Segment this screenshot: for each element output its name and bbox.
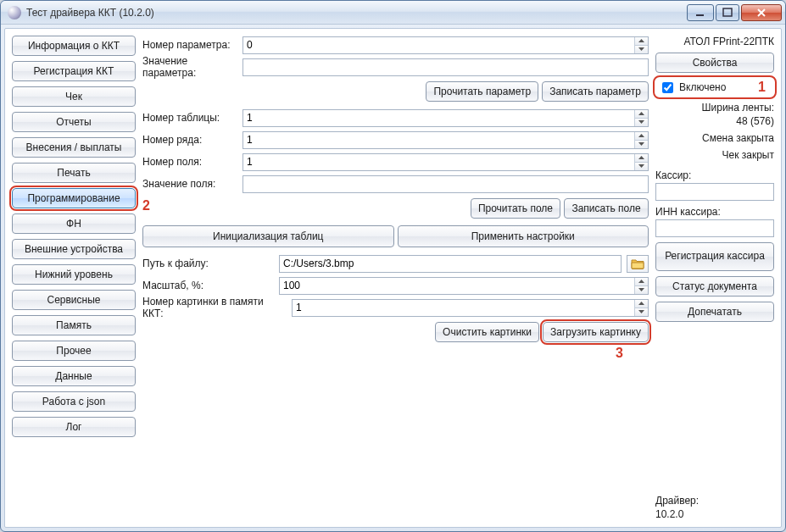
- scale-field[interactable]: [280, 278, 634, 294]
- file-path-label: Путь к файлу:: [142, 258, 274, 269]
- spin-up-icon[interactable]: [635, 300, 648, 308]
- driver-version: 10.2.0: [655, 508, 774, 520]
- properties-button[interactable]: Свойства: [655, 53, 774, 73]
- table-number-field[interactable]: [243, 110, 634, 126]
- file-path-input[interactable]: [279, 255, 622, 273]
- svg-rect-1: [723, 8, 732, 16]
- pic-index-field[interactable]: [293, 300, 634, 316]
- enabled-checkbox-row[interactable]: Включено: [655, 78, 774, 97]
- client-area: Информация о ККТ Регистрация ККТ Чек Отч…: [4, 28, 782, 528]
- enabled-label: Включено: [679, 81, 726, 93]
- row-number-label: Номер ряда:: [142, 134, 237, 146]
- sidebar-item-receipt[interactable]: Чек: [12, 86, 136, 107]
- titlebar[interactable]: Тест драйвера ККТ (10.2.0): [1, 1, 785, 25]
- sidebar-item-external[interactable]: Внешние устройства: [12, 239, 136, 259]
- sidebar-item-data[interactable]: Данные: [12, 366, 136, 386]
- load-pic-button[interactable]: Загрузить картинку: [543, 322, 649, 342]
- cashier-label: Кассир:: [655, 169, 774, 181]
- register-cashier-button[interactable]: Регистрация кассира: [655, 242, 774, 271]
- spin-up-icon[interactable]: [635, 110, 648, 119]
- row-number-field[interactable]: [243, 132, 634, 148]
- field-number-label: Номер поля:: [142, 156, 237, 168]
- scale-input[interactable]: [279, 277, 649, 295]
- param-value-input[interactable]: [242, 58, 649, 76]
- close-button[interactable]: [741, 4, 782, 21]
- spin-down-icon[interactable]: [635, 141, 648, 148]
- write-field-button[interactable]: Записать поле: [564, 198, 649, 219]
- sidebar-item-print[interactable]: Печать: [12, 163, 136, 183]
- spin-down-icon[interactable]: [635, 119, 648, 126]
- shift-status: Смена закрыта: [655, 132, 774, 144]
- read-param-button[interactable]: Прочитать параметр: [426, 81, 538, 102]
- device-name: АТОЛ FPrint-22ПТК: [655, 36, 774, 47]
- sidebar-item-registration[interactable]: Регистрация ККТ: [12, 61, 136, 81]
- spin-up-icon[interactable]: [635, 132, 648, 141]
- table-number-label: Номер таблицы:: [142, 112, 237, 124]
- sidebar-item-fn[interactable]: ФН: [12, 213, 136, 234]
- param-number-field[interactable]: [243, 37, 634, 53]
- sidebar: Информация о ККТ Регистрация ККТ Чек Отч…: [12, 36, 136, 520]
- reprint-button[interactable]: Допечатать: [655, 302, 774, 322]
- enabled-checkbox[interactable]: [662, 82, 673, 93]
- param-value-label: Значение параметра:: [142, 55, 237, 79]
- folder-icon: [631, 258, 644, 269]
- right-panel: АТОЛ FPrint-22ПТК Свойства Включено 1 Ши…: [655, 36, 774, 520]
- minimize-button[interactable]: [687, 4, 714, 21]
- cashier-inn-input[interactable]: [655, 219, 774, 237]
- pic-index-label: Номер картинки в памяти ККТ:: [142, 296, 287, 319]
- write-param-button[interactable]: Записать параметр: [542, 81, 649, 102]
- document-status-button[interactable]: Статус документа: [655, 276, 774, 296]
- spin-down-icon[interactable]: [635, 163, 648, 170]
- field-number-input[interactable]: [242, 153, 649, 171]
- clear-pics-button[interactable]: Очистить картинки: [435, 322, 539, 342]
- sidebar-item-deposit[interactable]: Внесения / выплаты: [12, 137, 136, 158]
- maximize-button[interactable]: [716, 4, 739, 21]
- driver-label: Драйвер:: [655, 495, 774, 507]
- read-field-button[interactable]: Прочитать поле: [471, 198, 560, 219]
- app-window: Тест драйвера ККТ (10.2.0) Информация о …: [0, 0, 786, 532]
- app-icon: [8, 6, 21, 19]
- tape-width-value: 48 (576): [655, 115, 774, 127]
- row-number-input[interactable]: [242, 131, 649, 149]
- sidebar-item-log[interactable]: Лог: [12, 417, 136, 437]
- cashier-inn-label: ИНН кассира:: [655, 206, 774, 218]
- apply-settings-button[interactable]: Применить настройки: [398, 225, 649, 247]
- sidebar-item-other[interactable]: Прочее: [12, 341, 136, 361]
- spin-up-icon[interactable]: [635, 278, 648, 286]
- spin-down-icon[interactable]: [635, 286, 648, 294]
- spin-down-icon[interactable]: [635, 46, 648, 53]
- sidebar-item-info[interactable]: Информация о ККТ: [12, 36, 136, 56]
- sidebar-item-lowlevel[interactable]: Нижний уровень: [12, 264, 136, 285]
- sidebar-item-reports[interactable]: Отчеты: [12, 112, 136, 132]
- svg-rect-0: [696, 14, 704, 16]
- init-tables-button[interactable]: Инициализация таблиц: [142, 225, 394, 247]
- table-number-input[interactable]: [242, 109, 649, 127]
- field-number-field[interactable]: [243, 154, 634, 170]
- scale-label: Масштаб, %:: [142, 280, 274, 291]
- pic-index-input[interactable]: [292, 299, 649, 317]
- sidebar-item-programming[interactable]: Программирование: [12, 188, 136, 208]
- sidebar-item-memory[interactable]: Память: [12, 315, 136, 335]
- window-title: Тест драйвера ККТ (10.2.0): [26, 7, 687, 19]
- cashier-input[interactable]: [655, 183, 774, 201]
- spin-up-icon[interactable]: [635, 154, 648, 163]
- tape-width-label: Ширина ленты:: [655, 102, 774, 114]
- spin-down-icon[interactable]: [635, 308, 648, 316]
- receipt-status: Чек закрыт: [655, 149, 774, 161]
- field-value-input[interactable]: [242, 175, 649, 193]
- sidebar-item-service[interactable]: Сервисные: [12, 290, 136, 310]
- spin-up-icon[interactable]: [635, 37, 648, 46]
- param-number-input[interactable]: [242, 36, 649, 54]
- sidebar-item-json[interactable]: Работа с json: [12, 391, 136, 412]
- field-value-label: Значение поля:: [142, 178, 237, 190]
- main-form: Номер параметра: Значение параметра: Про…: [142, 36, 649, 520]
- browse-file-button[interactable]: [627, 255, 649, 273]
- annotation-3: 3: [616, 346, 623, 361]
- param-number-label: Номер параметра:: [142, 39, 237, 51]
